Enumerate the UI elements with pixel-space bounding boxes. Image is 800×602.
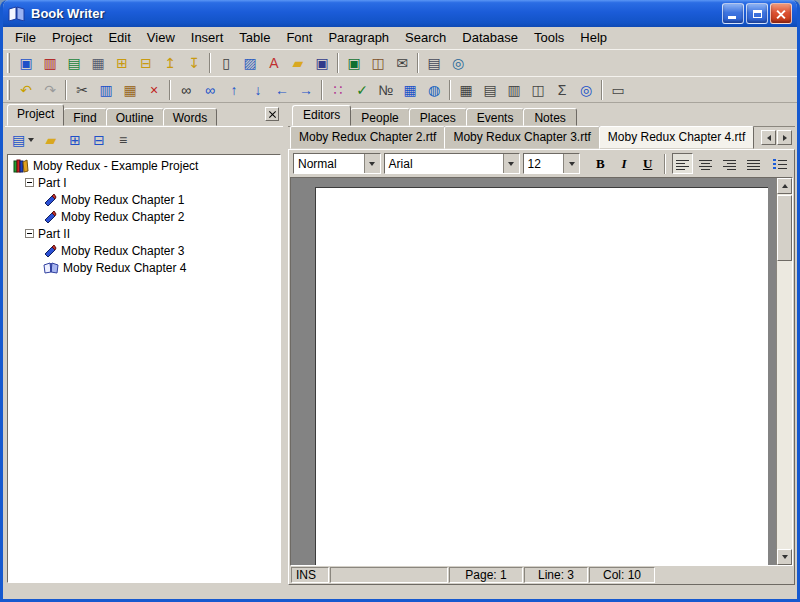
promote-button[interactable]: ← bbox=[270, 78, 294, 101]
table-split-cells-button[interactable]: ◫ bbox=[526, 78, 550, 101]
tab-events[interactable]: Events bbox=[466, 108, 525, 126]
send-mail-button[interactable]: ✉ bbox=[390, 52, 414, 75]
bold-button[interactable]: B bbox=[590, 153, 611, 174]
italic-button[interactable]: I bbox=[614, 153, 635, 174]
collapse-expander-icon[interactable] bbox=[25, 178, 34, 187]
paste-button[interactable]: ▦ bbox=[118, 78, 142, 101]
font-size-dropdown-button[interactable] bbox=[563, 154, 579, 173]
tab-words[interactable]: Words bbox=[163, 108, 217, 126]
undo-button[interactable]: ↶ bbox=[14, 78, 38, 101]
tab-project[interactable]: Project bbox=[7, 104, 64, 126]
table-insert-button[interactable]: ▦ bbox=[454, 78, 478, 101]
tree-section-part-i[interactable]: Part I bbox=[11, 174, 280, 191]
goto-next-button[interactable]: ↓ bbox=[246, 78, 270, 101]
save-project-button[interactable]: ▣ bbox=[14, 52, 38, 75]
menu-file[interactable]: File bbox=[7, 28, 44, 47]
menu-tools[interactable]: Tools bbox=[526, 28, 572, 47]
save-all-button[interactable]: ▣ bbox=[342, 52, 366, 75]
tree-item-moby-redux-chapter-4[interactable]: Moby Redux Chapter 4 bbox=[11, 259, 280, 276]
document-page[interactable] bbox=[315, 187, 768, 565]
tab-notes[interactable]: Notes bbox=[523, 108, 576, 126]
menu-view[interactable]: View bbox=[139, 28, 183, 47]
doc-tab-moby-redux-chapter-3-rtf[interactable]: Moby Redux Chapter 3.rtf bbox=[444, 126, 599, 149]
print-book-button[interactable]: ▦ bbox=[86, 52, 110, 75]
align-justify-button[interactable] bbox=[743, 153, 764, 174]
panel-close-button[interactable] bbox=[265, 107, 279, 121]
scrollbar-thumb[interactable] bbox=[777, 195, 792, 261]
find-next-button[interactable]: ∞ bbox=[198, 78, 222, 101]
print-preview-button[interactable]: ◎ bbox=[446, 52, 470, 75]
align-right-button[interactable] bbox=[719, 153, 740, 174]
redo-button[interactable]: ↷ bbox=[38, 78, 62, 101]
copy-button[interactable]: ▥ bbox=[94, 78, 118, 101]
spell-check-button[interactable]: ✓ bbox=[350, 78, 374, 101]
table-insert-column-button[interactable]: ▥ bbox=[502, 78, 526, 101]
tree-item-moby-redux-chapter-3[interactable]: Moby Redux Chapter 3 bbox=[11, 242, 280, 259]
title-bar[interactable]: Book Writer bbox=[3, 0, 797, 27]
tab-editors[interactable]: Editors bbox=[292, 105, 351, 126]
toolbar-grip[interactable] bbox=[7, 53, 10, 73]
delete-button[interactable]: × bbox=[142, 78, 166, 101]
remove-item-button[interactable]: ⊟ bbox=[87, 129, 111, 152]
scroll-down-button[interactable] bbox=[777, 549, 792, 565]
style-combobox[interactable]: Normal bbox=[293, 153, 381, 174]
tab-people[interactable]: People bbox=[350, 108, 409, 126]
menu-edit[interactable]: Edit bbox=[100, 28, 138, 47]
numbered-list-button[interactable] bbox=[769, 153, 790, 174]
demote-button[interactable]: → bbox=[294, 78, 318, 101]
tab-find[interactable]: Find bbox=[63, 108, 106, 126]
cut-button[interactable]: ✂ bbox=[70, 78, 94, 101]
special-characters-button[interactable]: ∷ bbox=[326, 78, 350, 101]
web-globe-button[interactable]: ◍ bbox=[422, 78, 446, 101]
doc-tab-moby-redux-chapter-2-rtf[interactable]: Moby Redux Chapter 2.rtf bbox=[290, 126, 445, 149]
tab-outline[interactable]: Outline bbox=[106, 108, 164, 126]
close-button[interactable] bbox=[770, 3, 792, 24]
table-find-button[interactable]: ◎ bbox=[574, 78, 598, 101]
print-button[interactable]: ▤ bbox=[422, 52, 446, 75]
tree-item-moby-redux-chapter-1[interactable]: Moby Redux Chapter 1 bbox=[11, 191, 280, 208]
vertical-scrollbar[interactable] bbox=[776, 178, 792, 565]
toolbar-grip[interactable] bbox=[7, 80, 10, 100]
tab-scroll-right-button[interactable] bbox=[777, 130, 792, 145]
tab-places[interactable]: Places bbox=[409, 108, 467, 126]
collapse-expander-icon[interactable] bbox=[25, 229, 34, 238]
menu-search[interactable]: Search bbox=[397, 28, 454, 47]
tab-scroll-left-button[interactable] bbox=[761, 130, 776, 145]
structure-view-button[interactable]: ≡ bbox=[111, 129, 135, 152]
keyboard-macro-button[interactable]: ▭ bbox=[606, 78, 630, 101]
menu-paragraph[interactable]: Paragraph bbox=[320, 28, 397, 47]
open-file-button[interactable]: ▰ bbox=[286, 52, 310, 75]
tree-item-moby-redux-chapter-2[interactable]: Moby Redux Chapter 2 bbox=[11, 208, 280, 225]
word-count-button[interactable]: № bbox=[374, 78, 398, 101]
open-book-button[interactable]: ▥ bbox=[38, 52, 62, 75]
table-insert-row-button[interactable]: ▤ bbox=[478, 78, 502, 101]
font-dropdown-button[interactable] bbox=[503, 154, 519, 173]
insert-image-button[interactable]: ▨ bbox=[238, 52, 262, 75]
save-file-button[interactable]: ▣ bbox=[310, 52, 334, 75]
menu-database[interactable]: Database bbox=[454, 28, 526, 47]
new-document-button[interactable]: ▯ bbox=[214, 52, 238, 75]
move-chapter-up-button[interactable]: ↥ bbox=[158, 52, 182, 75]
scrollbar-track[interactable] bbox=[777, 261, 792, 549]
tree-root-project[interactable]: Moby Redux - Example Project bbox=[11, 157, 280, 174]
text-art-button[interactable]: A bbox=[262, 52, 286, 75]
doc-tab-moby-redux-chapter-4-rtf[interactable]: Moby Redux Chapter 4.rtf bbox=[599, 126, 754, 149]
menu-project[interactable]: Project bbox=[44, 28, 100, 47]
scroll-up-button[interactable] bbox=[777, 178, 792, 194]
style-dropdown-button[interactable] bbox=[364, 154, 380, 173]
add-chapter-button[interactable]: ⊞ bbox=[110, 52, 134, 75]
align-center-button[interactable] bbox=[696, 153, 717, 174]
add-item-button[interactable]: ⊞ bbox=[63, 129, 87, 152]
table-sum-button[interactable]: Σ bbox=[550, 78, 574, 101]
view-mode-button[interactable]: ▤ bbox=[7, 129, 39, 152]
book-properties-button[interactable]: ▤ bbox=[62, 52, 86, 75]
font-size-combobox[interactable]: 12 bbox=[523, 153, 581, 174]
find-button[interactable]: ∞ bbox=[174, 78, 198, 101]
menu-font[interactable]: Font bbox=[278, 28, 320, 47]
database-grid-button[interactable]: ▦ bbox=[398, 78, 422, 101]
underline-button[interactable]: U bbox=[637, 153, 658, 174]
align-left-button[interactable] bbox=[672, 153, 693, 174]
tree-section-part-ii[interactable]: Part II bbox=[11, 225, 280, 242]
remove-chapter-button[interactable]: ⊟ bbox=[134, 52, 158, 75]
goto-previous-button[interactable]: ↑ bbox=[222, 78, 246, 101]
